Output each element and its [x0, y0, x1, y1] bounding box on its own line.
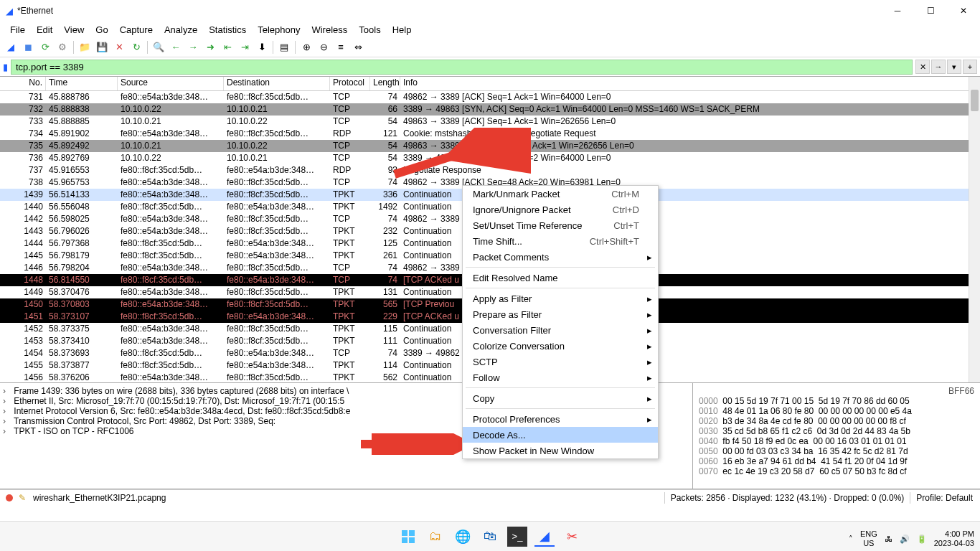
store-icon[interactable]: 🛍: [480, 527, 500, 547]
packet-list-scrollbar[interactable]: [969, 77, 980, 382]
apply-filter-button[interactable]: →: [931, 60, 946, 74]
status-profile[interactable]: Profile: Default: [916, 493, 980, 503]
context-menu-item[interactable]: Packet Comments▸: [463, 249, 658, 265]
menu-edit[interactable]: Edit: [31, 23, 58, 37]
stop-capture-icon[interactable]: ◼: [20, 39, 36, 55]
capture-options-icon[interactable]: ⚙: [55, 39, 70, 55]
menu-analyze[interactable]: Analyze: [159, 23, 203, 37]
context-menu-item[interactable]: Conversation Filter▸: [463, 322, 658, 338]
edit-note-icon[interactable]: ✎: [19, 493, 26, 503]
tray-clock[interactable]: 4:00 PM 2023-04-03: [934, 529, 974, 548]
menu-help[interactable]: Help: [387, 23, 418, 37]
col-protocol[interactable]: Protocol: [330, 77, 370, 90]
menu-statistics[interactable]: Statistics: [203, 23, 252, 37]
auto-scroll-icon[interactable]: ⬇: [254, 39, 270, 55]
menu-view[interactable]: View: [58, 23, 90, 37]
minimize-button[interactable]: ─: [881, 0, 914, 22]
hex-line[interactable]: 0010 48 4e 01 1a 06 80 fe 80 00 00 00 00…: [693, 406, 980, 416]
hex-line[interactable]: 0000 00 15 5d 19 7f 71 00 15 5d 19 7f 70…: [693, 396, 980, 406]
filter-bar: ▮ ✕ → ▾ +: [0, 57, 980, 76]
context-menu-item[interactable]: Decode As...: [463, 427, 658, 443]
wireshark-taskbar-icon[interactable]: ◢: [534, 527, 555, 547]
battery-icon[interactable]: 🔋: [917, 534, 927, 544]
close-file-icon[interactable]: ✕: [111, 39, 127, 55]
save-file-icon[interactable]: 💾: [94, 39, 110, 55]
context-menu-item[interactable]: Colorize Conversation▸: [463, 338, 658, 354]
context-menu-item[interactable]: Protocol Preferences▸: [463, 411, 658, 427]
packet-row[interactable]: 73145.888786fe80::e54a:b3de:348…fe80::f8…: [0, 91, 980, 103]
snip-icon[interactable]: ✂: [562, 527, 582, 547]
col-length[interactable]: Length: [370, 77, 400, 90]
go-back-icon[interactable]: ←: [168, 39, 184, 55]
clear-filter-button[interactable]: ✕: [915, 60, 930, 74]
add-filter-button[interactable]: +: [963, 60, 977, 74]
menu-wireless[interactable]: Wireless: [306, 23, 353, 37]
packet-row[interactable]: 73245.88883810.10.0.2210.10.0.21TCP66338…: [0, 103, 980, 116]
terminal-icon[interactable]: >_: [507, 527, 527, 547]
restart-capture-icon[interactable]: ⟳: [37, 39, 53, 55]
hex-line[interactable]: 0060 16 eb 3e a7 94 61 dd b4 41 54 f1 20…: [693, 456, 980, 466]
zoom-in-icon[interactable]: ⊕: [298, 39, 314, 55]
context-menu-item[interactable]: Set/Unset Time ReferenceCtrl+T: [463, 217, 658, 233]
start-button[interactable]: [398, 527, 418, 547]
network-icon[interactable]: 🖧: [885, 534, 892, 543]
context-menu-item[interactable]: Edit Resolved Name: [463, 270, 658, 286]
col-time[interactable]: Time: [46, 77, 118, 90]
status-file: wireshark_EthernetK3IP21.pcapng: [33, 493, 659, 503]
context-menu-item[interactable]: Prepare as Filter▸: [463, 306, 658, 322]
col-info[interactable]: Info: [400, 77, 980, 90]
expert-info-icon[interactable]: [6, 494, 13, 501]
zoom-out-icon[interactable]: ⊖: [316, 39, 331, 55]
menu-telephony[interactable]: Telephony: [252, 23, 306, 37]
open-file-icon[interactable]: 📁: [77, 39, 93, 55]
menu-tools[interactable]: Tools: [353, 23, 386, 37]
col-no[interactable]: No.: [0, 77, 46, 90]
menu-go[interactable]: Go: [90, 23, 113, 37]
context-menu-item[interactable]: SCTP▸: [463, 354, 658, 369]
display-filter-input[interactable]: [11, 60, 913, 75]
packet-bytes-pane[interactable]: BFF66 0000 00 15 5d 19 7f 71 00 15 5d 19…: [693, 383, 980, 489]
resize-columns-icon[interactable]: ⇔: [350, 39, 366, 55]
hex-line[interactable]: 0040 fb f4 50 18 f9 ed 0c ea 00 00 16 03…: [693, 436, 980, 446]
context-menu-item[interactable]: Apply as Filter▸: [463, 291, 658, 306]
context-menu-item[interactable]: Time Shift...Ctrl+Shift+T: [463, 233, 658, 249]
context-menu-item[interactable]: Mark/Unmark PacketCtrl+M: [463, 186, 658, 202]
svg-rect-3: [409, 537, 415, 543]
go-forward-icon[interactable]: →: [185, 39, 201, 55]
close-button[interactable]: ✕: [947, 0, 980, 22]
go-last-icon[interactable]: ⇥: [237, 39, 253, 55]
filter-history-button[interactable]: ▾: [947, 60, 961, 74]
go-first-icon[interactable]: ⇤: [220, 39, 235, 55]
col-destination[interactable]: Destination: [224, 77, 330, 90]
explorer-icon[interactable]: 🗂: [425, 527, 446, 547]
colorize-icon[interactable]: ▤: [276, 39, 292, 55]
menu-bar: File Edit View Go Capture Analyze Statis…: [0, 22, 980, 37]
menu-capture[interactable]: Capture: [114, 23, 159, 37]
hex-line[interactable]: 0030 35 cd 5d b8 65 f1 c2 c6 0d 3d 0d 2d…: [693, 426, 980, 436]
maximize-button[interactable]: ☐: [914, 0, 947, 22]
context-menu-item[interactable]: Follow▸: [463, 369, 658, 385]
toolbar: ◢ ◼ ⟳ ⚙ 📁 💾 ✕ ↻ 🔍 ← → ➜ ⇤ ⇥ ⬇ ▤ ⊕ ⊖ ≡ ⇔: [0, 37, 980, 57]
volume-icon[interactable]: 🔊: [900, 534, 910, 544]
hex-line[interactable]: 0070 ec 1c 4e 19 c3 20 58 d7 60 c5 07 50…: [693, 466, 980, 476]
context-menu-item[interactable]: Show Packet in New Window: [463, 443, 658, 458]
menu-file[interactable]: File: [4, 23, 31, 37]
find-packet-icon[interactable]: 🔍: [151, 39, 166, 55]
tray-lang1[interactable]: ENG: [860, 529, 877, 539]
hex-line[interactable]: 0020 b3 de 34 8a 4e cd fe 80 00 00 00 00…: [693, 416, 980, 426]
packet-row[interactable]: 73345.88888510.10.0.2110.10.0.22TCP54498…: [0, 116, 980, 128]
bookmark-icon[interactable]: ▮: [3, 62, 8, 72]
tray-chevron-icon[interactable]: ˄: [849, 534, 853, 544]
col-source[interactable]: Source: [118, 77, 224, 90]
edge-icon[interactable]: 🌐: [453, 527, 473, 547]
zoom-reset-icon[interactable]: ≡: [333, 39, 349, 55]
context-menu-item[interactable]: Copy▸: [463, 390, 658, 406]
context-menu-item[interactable]: Ignore/Unignore PacketCtrl+D: [463, 202, 658, 217]
svg-rect-2: [402, 537, 407, 543]
start-capture-icon[interactable]: ◢: [3, 39, 19, 55]
go-to-packet-icon[interactable]: ➜: [202, 39, 218, 55]
hex-line[interactable]: 0050 00 00 fd 03 03 c3 34 ba 16 35 42 fc…: [693, 446, 980, 456]
status-packets: Packets: 2856 · Displayed: 1232 (43.1%) …: [671, 493, 905, 503]
annotation-arrow-1: [366, 128, 531, 185]
reload-file-icon[interactable]: ↻: [128, 39, 144, 55]
